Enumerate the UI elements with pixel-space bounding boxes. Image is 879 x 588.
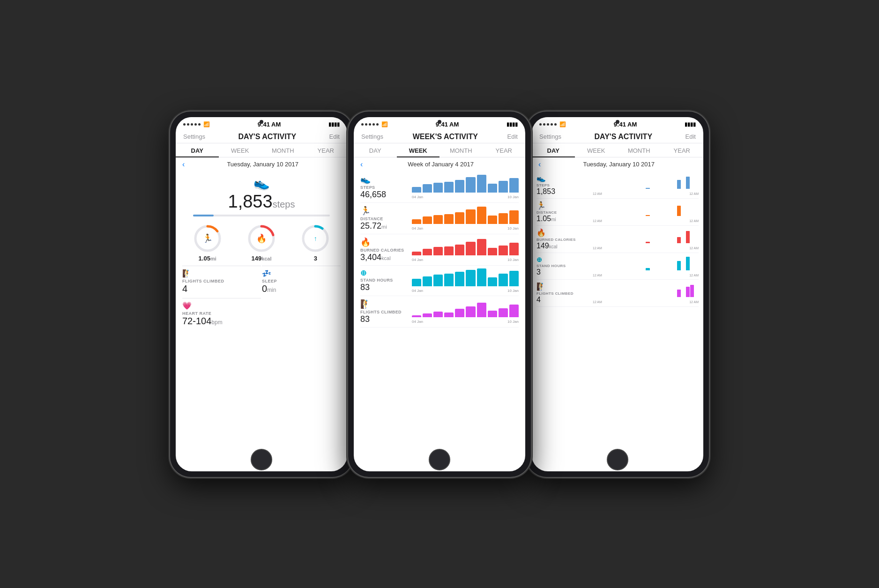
distance-ring-1: 🏃 [193, 224, 222, 253]
steps-value-2: 46,658 [360, 190, 412, 200]
tab-day-2[interactable]: DAY [354, 143, 397, 157]
chart-bar [488, 277, 497, 286]
settings-btn-1[interactable]: Settings [183, 133, 205, 140]
phone-2: 📶 9:41 AM ▮▮▮▮ Settings WEEK'S ACTIVITY … [348, 112, 531, 477]
day-bar [677, 237, 681, 243]
heart-value-1: 72-104bpm [182, 316, 261, 327]
phone-3: 📶 9:41 AM ▮▮▮▮ Settings DAY'S ACTIVITY E… [526, 112, 709, 477]
edit-btn-2[interactable]: Edit [507, 133, 518, 140]
calories-icon-2: 🔥 [360, 237, 412, 247]
settings-btn-3[interactable]: Settings [539, 133, 561, 140]
stand-left-2: ⊕ STAND HOURS 83 [360, 268, 412, 292]
tab-month-1[interactable]: MONTH [261, 143, 305, 157]
steps-left-2: 👟 STEPS 46,658 [360, 174, 412, 200]
app-header-1: Settings DAY'S ACTIVITY Edit [176, 130, 347, 143]
tab-year-1[interactable]: YEAR [305, 143, 348, 157]
flights-label-1: FLIGHTS CLIMBED [182, 279, 261, 283]
status-bar-1: 📶 9:41 AM ▮▮▮▮ [176, 117, 347, 130]
tabs-2: DAY WEEK MONTH YEAR [354, 143, 525, 157]
stand-icon-3: ⊕ [536, 256, 593, 263]
stand-left-3: ⊕ STAND HOURS 3 [536, 256, 593, 276]
day-bar [686, 177, 690, 189]
flights-label-3: FLIGHTS CLIMBED [536, 291, 593, 296]
settings-btn-2[interactable]: Settings [361, 133, 383, 140]
calories-left-2: 🔥 BURNED CALORIES 3,404kcal [360, 237, 412, 262]
tab-year-3[interactable]: YEAR [661, 143, 704, 157]
chart-dates-flights-3: 12 AM12 AM [593, 300, 699, 304]
date-nav-3: ‹ Tuesday, January 10 2017 [532, 157, 703, 171]
distance-left-2: 🏃 DISTANCE 25.72mi [360, 206, 412, 231]
stand-value-2: 83 [360, 283, 412, 292]
chart-dates-stand: 04 Jan10 Jan [412, 289, 519, 293]
steps-label-3: STEPS [536, 183, 593, 187]
distance-value-1: 1.05mi [199, 255, 216, 262]
battery-1: ▮▮▮▮ [328, 121, 340, 127]
flights-value-3: 4 [536, 296, 593, 304]
chart-bar [412, 315, 421, 317]
calories-icon-3: 🔥 [536, 228, 593, 237]
date-nav-2: ‹ Week of January 4 2017 [354, 157, 525, 171]
day-bar [686, 257, 690, 270]
tab-week-1[interactable]: WEEK [219, 143, 262, 157]
distance-icon-2: 🏃 [360, 206, 412, 216]
calories-ring-1: 🔥 [247, 224, 276, 253]
status-bar-3: 📶 9:41 AM ▮▮▮▮ [532, 117, 703, 130]
chart-bar [412, 219, 421, 224]
chart-bar [423, 313, 432, 317]
chart-bar [477, 239, 486, 255]
phone-1: 📶 9:41 AM ▮▮▮▮ Settings DAY'S ACTIVITY E… [170, 112, 353, 477]
sleep-item-1: 💤 SLEEP 0min [262, 266, 341, 297]
chart-bar [488, 248, 497, 255]
steps-chart-3: 12 AM12 AM [593, 174, 699, 195]
day-bar [677, 290, 681, 297]
calories-value-2: 3,404kcal [360, 253, 412, 262]
day-bar [646, 215, 649, 216]
signal-area-1: 📶 [183, 121, 210, 127]
sleep-label-1: SLEEP [262, 279, 341, 283]
flights-icon-2: 🧗 [360, 299, 412, 309]
time-1: 9:41 AM [258, 121, 281, 128]
day-bar [690, 285, 694, 297]
flights-chart-2: 04 Jan10 Jan [412, 299, 519, 324]
chart-bar [466, 177, 475, 192]
steps-count-1: 1,853 [228, 192, 273, 211]
tab-day-3[interactable]: DAY [532, 143, 575, 157]
steps-display-1: 1,853steps [228, 192, 295, 212]
chart-bar [455, 309, 464, 317]
edit-btn-3[interactable]: Edit [685, 133, 696, 140]
tab-year-2[interactable]: YEAR [483, 143, 526, 157]
flights-left-2: 🧗 FLIGHTS CLIMBED 83 [360, 299, 412, 324]
day-bar [646, 268, 649, 270]
tab-month-3[interactable]: MONTH [618, 143, 661, 157]
tabs-1: DAY WEEK MONTH YEAR [176, 143, 347, 157]
phones-container: 📶 9:41 AM ▮▮▮▮ Settings DAY'S ACTIVITY E… [165, 112, 714, 477]
chart-bar [455, 180, 464, 193]
chart-bar [444, 182, 454, 193]
day-bar [686, 287, 690, 297]
calories-label-3: BURNED CALORIES [536, 238, 593, 242]
calories-value-1: 149kcal [251, 255, 271, 262]
calories-circle-1: 🔥 149kcal [247, 224, 276, 262]
chart-bar [509, 178, 519, 192]
stand-icon-2: ⊕ [360, 268, 412, 277]
tab-day-1[interactable]: DAY [176, 143, 219, 157]
stand-chart-3: 12 AM12 AM [593, 255, 699, 277]
tab-week-2[interactable]: WEEK [397, 143, 440, 157]
calories-icon-1: 🔥 [256, 233, 267, 244]
flights-chart-3: 12 AM12 AM [593, 282, 699, 304]
chart-bar [509, 243, 519, 255]
day-row-calories: 🔥 BURNED CALORIES 149kcal [536, 226, 699, 253]
chart-bar [433, 247, 443, 255]
stand-chart-2: 04 Jan10 Jan [412, 268, 519, 293]
tab-month-2[interactable]: MONTH [440, 143, 483, 157]
day-bar [646, 242, 649, 243]
stand-ring-1: ↑ [301, 224, 330, 253]
tab-week-3[interactable]: WEEK [575, 143, 618, 157]
chart-bar [488, 311, 497, 317]
edit-btn-1[interactable]: Edit [329, 133, 340, 140]
calories-chart-3: 12 AM12 AM [593, 228, 699, 250]
distance-chart-3: 12 AM12 AM [593, 201, 699, 223]
heart-icon-1: 💗 [182, 301, 261, 310]
time-3: 9:41 AM [614, 121, 637, 128]
flights-value-2: 83 [360, 314, 412, 324]
